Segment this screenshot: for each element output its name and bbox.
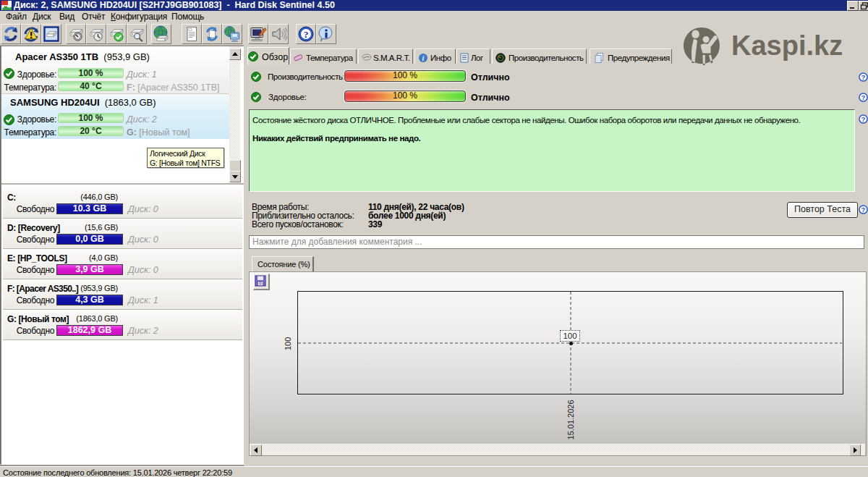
svg-text:?: ? [861,115,866,123]
svg-text:i: i [422,54,425,62]
svg-text:Kaspi.kz: Kaspi.kz [731,30,843,61]
svg-text:?: ? [861,73,866,81]
svg-text:?: ? [861,93,866,101]
svg-text:?: ? [861,206,866,214]
svg-text:?: ? [304,29,309,40]
